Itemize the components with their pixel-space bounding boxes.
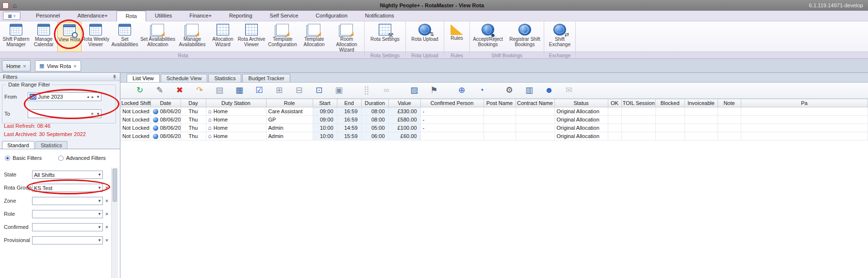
dropdown-arrow-icon[interactable]: ▼: [97, 225, 102, 229]
set-availabilities-button[interactable]: Set Availabilities: [110, 22, 140, 52]
cell-date[interactable]: 08/06/2023: [150, 124, 181, 132]
clear-icon[interactable]: ×: [89, 111, 95, 117]
tab-rota[interactable]: Rota: [117, 11, 146, 21]
col-contract-name[interactable]: Contract Name: [516, 99, 554, 107]
cell-duration[interactable]: 08:00: [361, 107, 388, 116]
dropdown-arrow-icon[interactable]: ▼: [97, 199, 102, 203]
manage-availabilities-button[interactable]: Manage Availabilities: [176, 22, 209, 52]
grid-clock-icon[interactable]: ⊟: [294, 86, 304, 95]
cell-end[interactable]: 16:59: [337, 116, 361, 124]
registrar-shift-bookings-button[interactable]: Registrar Shift Bookings: [506, 22, 544, 52]
table-row[interactable]: Not Locked 08/06/2023 Thu ⌂Home Admin 10…: [120, 124, 868, 132]
doc-tab-view-rota[interactable]: ▦ View Rota ×: [35, 60, 81, 71]
cell-date[interactable]: 08/06/2023: [150, 132, 181, 140]
cell-duty-station[interactable]: ⌂Home: [206, 124, 266, 132]
zone-combo[interactable]: ▼: [32, 197, 103, 205]
tab-configuration[interactable]: Configuration: [307, 11, 356, 21]
cell-invoiceable[interactable]: [684, 124, 718, 132]
cell-contract-name[interactable]: [516, 124, 554, 132]
cell-date[interactable]: 08/06/2023: [150, 116, 181, 124]
cell-locked[interactable]: Not Locked: [120, 116, 150, 124]
rota-group-combo[interactable]: KS Test ▼: [32, 184, 103, 192]
cell-end[interactable]: 14:59: [337, 124, 361, 132]
page-clock-icon[interactable]: ▥: [524, 86, 534, 95]
copy-icon[interactable]: ▣: [334, 86, 344, 95]
cell-locked[interactable]: Not Locked: [120, 132, 150, 140]
cell-start[interactable]: 09:00: [313, 107, 337, 116]
tab-self-service[interactable]: Self Service: [261, 11, 307, 21]
template-allocation-button[interactable]: Template Allocation: [299, 22, 329, 52]
allocation-stripes-icon[interactable]: ▨: [409, 86, 419, 95]
provisional-combo[interactable]: ▼: [32, 236, 103, 244]
cell-note[interactable]: [718, 124, 741, 132]
cell-confirmed-person[interactable]: -: [420, 124, 484, 132]
state-combo[interactable]: All Shifts ▼: [32, 171, 103, 179]
cell-toil[interactable]: [621, 116, 655, 124]
cell-status[interactable]: Original Allocation: [554, 107, 608, 116]
cell-contract-name[interactable]: [516, 107, 554, 116]
cell-duty-station[interactable]: ⌂Home: [206, 132, 266, 140]
rota-settings-button[interactable]: Rota Settings: [365, 22, 405, 52]
advanced-filters-radio[interactable]: Advanced Filters: [58, 155, 106, 161]
clock-icon[interactable]: ◔: [477, 86, 486, 95]
col-blocked[interactable]: Blocked: [655, 99, 684, 107]
cell-day[interactable]: Thu: [181, 132, 206, 140]
manage-calendar-button[interactable]: Manage Calendar: [30, 22, 57, 52]
col-value[interactable]: Value: [388, 99, 420, 107]
tab-list-view[interactable]: List View: [127, 74, 160, 82]
view-rota-button[interactable]: View Rota: [57, 22, 82, 52]
table-row[interactable]: Not Locked 08/06/2023 Thu ⌂Home Admin 10…: [120, 132, 868, 140]
cell-pa[interactable]: [741, 132, 868, 140]
accept-reject-bookings-button[interactable]: Accept/Reject Bookings: [470, 22, 506, 52]
cell-post-name[interactable]: [484, 107, 516, 116]
tab-statistics-filters[interactable]: Statistics: [35, 141, 67, 149]
cell-duration[interactable]: 06:00: [361, 132, 388, 140]
cell-locked[interactable]: Not Locked: [120, 124, 150, 132]
cell-post-name[interactable]: [484, 116, 516, 124]
col-duration[interactable]: Duration: [361, 99, 388, 107]
rota-weekly-viewer-button[interactable]: Rota Weekly Viewer: [82, 22, 110, 52]
cell-day[interactable]: Thu: [181, 107, 206, 116]
cell-status[interactable]: Original Allocation: [554, 124, 608, 132]
col-status[interactable]: Status: [554, 99, 608, 107]
room-allocation-wizard-button[interactable]: Room Allocation Wizard: [329, 22, 364, 52]
col-post-name[interactable]: Post Name: [484, 99, 516, 107]
doc-tab-home[interactable]: Home ×: [2, 60, 31, 71]
dropdown-arrow-icon[interactable]: ▼: [95, 95, 101, 99]
cell-locked[interactable]: Not Locked: [120, 107, 150, 116]
cell-blocked[interactable]: [655, 107, 684, 116]
cell-blocked[interactable]: [655, 116, 684, 124]
cell-role[interactable]: Admin: [266, 132, 313, 140]
cell-toil[interactable]: [621, 107, 655, 116]
export-icon[interactable]: ↷: [195, 86, 204, 95]
cell-invoiceable[interactable]: [684, 107, 718, 116]
globe-icon[interactable]: ⊕: [457, 86, 467, 95]
basic-filters-radio[interactable]: Basic Filters: [5, 155, 42, 161]
cell-note[interactable]: [718, 116, 741, 124]
shift-pattern-manager-button[interactable]: Shift Pattern Manager: [2, 22, 30, 52]
col-invoiceable[interactable]: Invoiceable: [684, 99, 718, 107]
cell-toil[interactable]: [621, 132, 655, 140]
shift-exchange-button[interactable]: Shift Exchange: [544, 22, 575, 52]
col-end[interactable]: End: [337, 99, 361, 107]
cell-pa[interactable]: [741, 107, 868, 116]
clear-icon[interactable]: ×: [104, 237, 110, 243]
close-icon[interactable]: ×: [73, 63, 76, 69]
to-date-field[interactable]: × ▼: [28, 109, 101, 118]
dropdown-arrow-icon[interactable]: ▼: [97, 238, 102, 243]
role-combo[interactable]: ▼: [32, 210, 103, 218]
confirm-checkbox-icon[interactable]: ☑: [254, 86, 264, 95]
flag-icon[interactable]: ⚑: [429, 86, 439, 95]
refresh-icon[interactable]: ↻: [135, 86, 145, 95]
scrollbar-thumb[interactable]: [113, 169, 117, 202]
col-date[interactable]: Date: [150, 99, 181, 107]
cell-value[interactable]: £100.00: [388, 124, 420, 132]
cell-end[interactable]: 16:59: [337, 107, 361, 116]
col-pa[interactable]: Pa: [741, 99, 868, 107]
delete-icon[interactable]: ✖: [175, 86, 184, 95]
table-row[interactable]: Not Locked 08/06/2023 Thu ⌂Home GP 09:00…: [120, 116, 868, 124]
tab-utilities[interactable]: Utilities: [146, 11, 181, 21]
tab-attendance[interactable]: Attendance+: [69, 11, 117, 21]
col-day[interactable]: Day: [181, 99, 206, 107]
cell-contract-name[interactable]: [516, 132, 554, 140]
